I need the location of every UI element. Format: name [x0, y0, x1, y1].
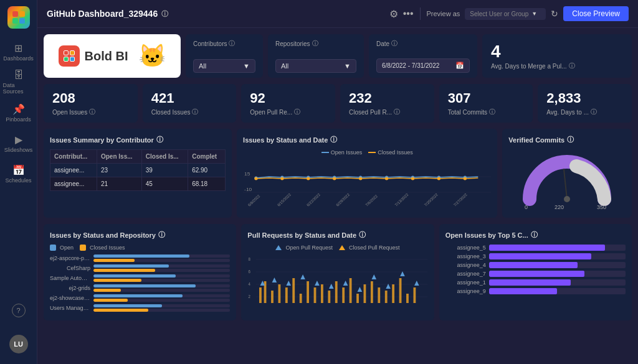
kpi-info-icon[interactable]: ⓘ: [569, 62, 575, 70]
stat-info-icon[interactable]: ⓘ: [591, 108, 597, 116]
stat-label: Total Commits ⓘ: [448, 108, 525, 116]
user-group-select[interactable]: Select User or Group ▼: [465, 8, 546, 20]
bar-row: ej2-grids: [50, 284, 230, 292]
stat-info-icon[interactable]: ⓘ: [89, 108, 95, 116]
open-issues-top5-chart: Open Issues by Top 5 C... ⓘ assignee_5 a…: [439, 224, 632, 320]
svg-rect-61: [385, 291, 388, 303]
svg-rect-50: [307, 281, 310, 303]
stat-info-icon[interactable]: ⓘ: [294, 108, 300, 116]
chart-info-icon[interactable]: ⓘ: [531, 230, 538, 240]
sidebar-item-data-sources[interactable]: 🗄 Data Sources: [3, 68, 34, 96]
repositories-select[interactable]: All ▼: [275, 59, 356, 73]
bar-label: Users Management: [50, 305, 90, 311]
legend-open: Open: [50, 245, 74, 251]
chart-info-icon[interactable]: ⓘ: [359, 230, 366, 240]
stat-num: 232: [349, 90, 426, 106]
brand-name: Bold BI: [85, 49, 128, 63]
bar-label: assignee_3: [445, 253, 486, 259]
chart-info-icon[interactable]: ⓘ: [156, 135, 163, 144]
svg-point-13: [254, 177, 257, 180]
filter-icon[interactable]: ⚙: [389, 8, 398, 20]
repositories-info-icon[interactable]: ⓘ: [312, 39, 318, 48]
svg-text:7/20/2022: 7/20/2022: [423, 192, 439, 207]
sidebar: ⊞ Dashboards 🗄 Data Sources 📌 Pinboards …: [0, 0, 37, 364]
data-sources-icon: 🗄: [14, 70, 24, 81]
svg-rect-58: [364, 284, 366, 303]
close-preview-button[interactable]: Close Preview: [563, 6, 629, 21]
svg-marker-69: [301, 274, 306, 279]
help-button[interactable]: ?: [3, 297, 34, 324]
bar-track: [93, 284, 230, 292]
issues-summary-table: Contribut... Open Iss... Closed Is... Co…: [50, 149, 226, 191]
bar-fill: [489, 253, 591, 259]
date-value: 6/8/2022 - 7/31/2022: [382, 62, 439, 69]
dashboard-area: Bold BI 🐱 Contributors ⓘ All ▼ Repositor…: [37, 28, 638, 364]
page-title: GitHub Dashboard_329446 ⓘ: [47, 9, 383, 19]
charts-row-1: Issues Summary by Contributor ⓘ Contribu…: [44, 129, 632, 218]
kpi-avg-days: 4 Avg. Days to Merge a Pul... ⓘ: [482, 34, 632, 78]
bar-fill: [489, 271, 585, 277]
stat-num: 208: [52, 90, 129, 106]
sidebar-item-schedules[interactable]: 📅 Schedules: [3, 160, 34, 187]
svg-rect-47: [285, 287, 288, 303]
stat-num: 307: [448, 90, 525, 106]
chart-legend: Open Issues Closed Issues: [243, 149, 491, 156]
contributors-select[interactable]: All ▼: [193, 59, 255, 73]
bar-fill: [489, 279, 571, 286]
bar-track: [489, 262, 626, 268]
bar-fill: [489, 245, 605, 251]
svg-point-16: [333, 177, 336, 180]
svg-marker-70: [315, 281, 320, 286]
chart-info-icon[interactable]: ⓘ: [567, 135, 574, 144]
stat-num: 421: [151, 90, 228, 106]
sidebar-item-dashboards[interactable]: ⊞ Dashboards: [3, 38, 34, 65]
bar-label: ej2-aspcore-planning-poker: [50, 255, 90, 261]
sidebar-item-pinboards[interactable]: 📌 Pinboards: [3, 99, 34, 126]
pull-requests-chart: Pull Requests by Status and Date ⓘ Open …: [241, 224, 434, 320]
svg-marker-74: [372, 274, 377, 279]
svg-line-30: [564, 169, 567, 199]
title-info-icon[interactable]: ⓘ: [161, 9, 168, 19]
legend-closed-pr: Closed Pull Request: [339, 245, 400, 251]
svg-rect-51: [314, 287, 317, 303]
sidebar-item-label: Schedules: [5, 177, 31, 184]
select-chevron: ▼: [531, 11, 537, 17]
col-complete: Complet: [188, 150, 226, 164]
stat-info-icon[interactable]: ⓘ: [489, 108, 495, 116]
svg-rect-52: [321, 284, 323, 303]
chart-title: Verified Commits: [508, 136, 564, 144]
chart-info-icon[interactable]: ⓘ: [330, 135, 337, 144]
legend-closed: Closed Issues: [368, 149, 413, 156]
contributors-label: Contributors: [193, 40, 227, 47]
svg-rect-43: [259, 287, 262, 303]
svg-rect-55: [343, 287, 345, 303]
select-placeholder: Select User or Group: [470, 11, 528, 17]
contributors-info-icon[interactable]: ⓘ: [229, 39, 235, 48]
svg-rect-59: [371, 281, 373, 303]
reload-button[interactable]: ↻: [551, 9, 558, 19]
issues-summary-chart: Issues Summary by Contributor ⓘ Contribu…: [44, 129, 232, 218]
bar-track: [489, 245, 626, 251]
repositories-label: Repositories: [275, 40, 310, 47]
stat-info-icon[interactable]: ⓘ: [192, 108, 198, 116]
sidebar-item-label: Pinboards: [6, 116, 31, 123]
filter-date: Date ⓘ 6/8/2022 - 7/31/2022 📅: [369, 34, 477, 78]
svg-rect-57: [356, 294, 359, 303]
table-row: assignee... 21 45 68.18: [50, 177, 226, 191]
issues-status-repo-chart: Issues by Status and Repository ⓘ Open C…: [44, 224, 236, 320]
more-options-icon[interactable]: •••: [403, 8, 414, 19]
svg-rect-53: [328, 291, 331, 303]
bar-row: assignee_5: [445, 245, 626, 251]
date-info-icon[interactable]: ⓘ: [391, 39, 398, 48]
date-picker[interactable]: 6/8/2022 - 7/31/2022 📅: [376, 58, 470, 73]
svg-text:350: 350: [597, 204, 606, 210]
stat-open-issues: 208 Open Issues ⓘ: [44, 84, 138, 123]
chart-info-icon[interactable]: ⓘ: [158, 230, 165, 240]
stat-num: 2,833: [546, 90, 623, 106]
sidebar-item-slideshows[interactable]: ▶ Slideshows: [3, 129, 34, 157]
chart-legend: Open Closed Issues: [50, 245, 230, 251]
user-avatar[interactable]: LU: [3, 330, 34, 358]
stat-closed-pull: 232 Closed Pull R... ⓘ: [340, 84, 434, 123]
stat-info-icon[interactable]: ⓘ: [394, 108, 400, 116]
app-logo[interactable]: [7, 6, 30, 29]
